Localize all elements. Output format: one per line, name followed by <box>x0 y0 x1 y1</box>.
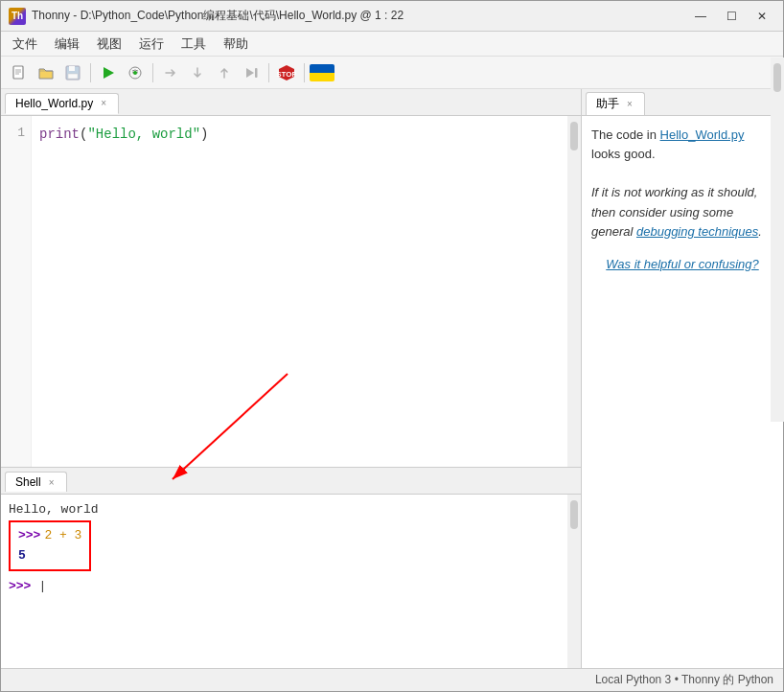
shell-tab-label: Shell <box>15 475 41 489</box>
assistant-tab-bar: 助手 × <box>582 89 783 116</box>
save-file-button[interactable] <box>60 60 85 85</box>
shell-input-line[interactable]: >>> | <box>9 577 560 597</box>
assistant-content: The code in Hello_World.py looks good. I… <box>582 116 783 668</box>
menu-run[interactable]: 运行 <box>131 34 172 55</box>
toolbar: STOP <box>1 57 783 89</box>
assistant-helpful-link[interactable]: Was it helpful or confusing? <box>606 257 758 271</box>
step-over-button[interactable] <box>158 60 183 85</box>
shell-content: Hello, world >>> 2 + 3 5 <box>1 495 581 668</box>
stop-button[interactable]: STOP <box>274 60 299 85</box>
window-title: Thonny - D:\Python_Code\Python编程基础\代码\He… <box>32 8 687 24</box>
minimize-button[interactable]: — <box>687 6 714 27</box>
paren-close: ) <box>200 127 208 142</box>
shell-tab-close[interactable]: × <box>47 477 57 488</box>
editor-tab-close[interactable]: × <box>99 98 108 108</box>
title-bar: Th Thonny - D:\Python_Code\Python编程基础\代码… <box>1 1 783 32</box>
line-numbers: 1 <box>1 116 32 467</box>
ukraine-flag-icon <box>310 64 334 81</box>
svg-rect-6 <box>68 74 78 79</box>
status-bar: Local Python 3 • Thonny 的 Python <box>1 668 783 691</box>
menu-view[interactable]: 视图 <box>89 34 129 55</box>
shell-cursor-char: | <box>38 577 46 597</box>
close-button[interactable]: ✕ <box>749 6 775 27</box>
svg-point-9 <box>133 71 137 75</box>
menu-bar: 文件 编辑 视图 运行 工具 帮助 <box>1 32 783 57</box>
window-controls: — ☐ ✕ <box>687 6 775 27</box>
open-file-button[interactable] <box>34 60 58 85</box>
shell-panel: Shell × Hello, world >>> 2 <box>1 467 581 668</box>
menu-edit[interactable]: 编辑 <box>47 34 87 55</box>
assistant-text-1: The code in <box>591 127 660 142</box>
status-text: Local Python 3 • Thonny 的 Python <box>595 672 773 688</box>
assistant-paragraph-1: The code in Hello_World.py looks good. <box>591 126 773 164</box>
assistant-tab-label: 助手 <box>596 96 619 112</box>
code-editor[interactable]: 1 print("Hello, world") <box>1 116 581 467</box>
toolbar-separator-4 <box>304 63 305 82</box>
menu-file[interactable]: 文件 <box>5 34 45 55</box>
shell-scrollbar-thumb[interactable] <box>570 500 578 529</box>
right-panel: 助手 × The code in Hello_World.py looks go… <box>582 89 783 668</box>
main-window: Th Thonny - D:\Python_Code\Python编程基础\代码… <box>0 0 784 692</box>
svg-rect-11 <box>255 68 258 78</box>
assistant-link-filename[interactable]: Hello_World.py <box>660 127 745 142</box>
string-literal: "Hello, world" <box>87 127 200 142</box>
step-out-button[interactable] <box>212 60 237 85</box>
code-content[interactable]: print("Hello, world") <box>32 116 567 467</box>
debug-button[interactable] <box>123 60 148 85</box>
app-icon: Th <box>9 8 26 25</box>
editor-tab-label: Hello_World.py <box>15 97 93 110</box>
menu-tools[interactable]: 工具 <box>173 34 214 55</box>
svg-marker-10 <box>246 68 254 78</box>
shell-highlight-box: >>> 2 + 3 5 <box>9 520 91 572</box>
editor-scrollbar-thumb[interactable] <box>570 122 578 150</box>
assistant-tab[interactable]: 助手 × <box>586 92 645 115</box>
shell-scrollbar[interactable] <box>567 495 581 668</box>
maximize-button[interactable]: ☐ <box>718 6 745 27</box>
assistant-tab-close[interactable]: × <box>625 99 634 109</box>
toolbar-separator-2 <box>152 63 153 82</box>
assistant-link-debugging[interactable]: debugging techniques <box>636 224 758 239</box>
assistant-text-1b: looks good. <box>591 147 656 161</box>
line-number-1: 1 <box>7 124 25 144</box>
step-into-button[interactable] <box>185 60 210 85</box>
left-panel: Hello_World.py × 1 print("Hello, world") <box>1 89 582 668</box>
shell-input-prompt: >>> <box>9 577 31 597</box>
toolbar-separator-1 <box>90 63 91 82</box>
assistant-scrollbar-thumb[interactable] <box>773 89 781 92</box>
menu-help[interactable]: 帮助 <box>216 34 256 55</box>
svg-marker-7 <box>104 67 114 79</box>
shell-cmd-1: 2 + 3 <box>44 526 81 546</box>
assistant-helpful-section: Was it helpful or confusing? <box>591 255 773 274</box>
shell-tab[interactable]: Shell × <box>5 472 67 492</box>
editor-scrollbar[interactable] <box>567 116 581 467</box>
assistant-scrollbar[interactable] <box>771 89 783 422</box>
assistant-italic-text-2: . <box>758 224 762 239</box>
code-line-1: print("Hello, world") <box>39 124 560 145</box>
assistant-paragraph-2: If it is not working as it should, then … <box>591 183 773 241</box>
keyword-print: print <box>39 127 80 142</box>
editor-tab-bar: Hello_World.py × <box>1 89 581 116</box>
new-file-button[interactable] <box>7 60 32 85</box>
shell-prompt-1: >>> <box>18 526 40 546</box>
shell-text-area[interactable]: Hello, world >>> 2 + 3 5 <box>1 495 567 668</box>
svg-rect-5 <box>69 66 75 71</box>
shell-result-1: 5 <box>18 546 81 566</box>
main-area: Hello_World.py × 1 print("Hello, world") <box>1 89 783 668</box>
resume-button[interactable] <box>239 60 264 85</box>
shell-output-hello: Hello, world <box>9 500 560 520</box>
run-button[interactable] <box>96 60 121 85</box>
editor-tab-hello-world[interactable]: Hello_World.py × <box>5 93 119 114</box>
svg-text:STOP: STOP <box>277 70 296 79</box>
shell-cmd-line-1: >>> 2 + 3 <box>18 526 81 546</box>
shell-tab-bar: Shell × <box>1 468 581 495</box>
toolbar-separator-3 <box>268 63 269 82</box>
